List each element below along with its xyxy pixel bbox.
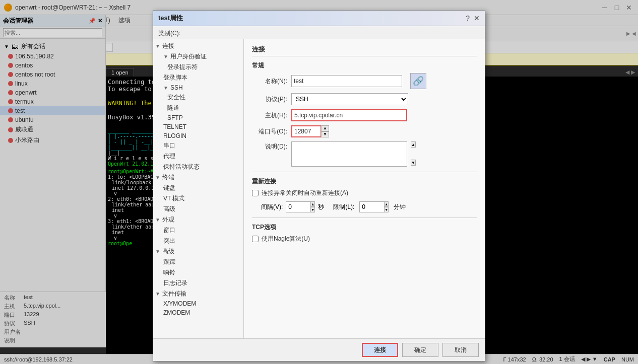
- nav-item-xymodem[interactable]: X/YMODEM: [153, 299, 243, 308]
- protocol-select[interactable]: SSH TELNET RLOGIN SFTP: [291, 93, 408, 105]
- auto-reconnect-label: 连接异常关闭时自动重新连接(A): [262, 189, 348, 197]
- nav-item-connection[interactable]: ▼ 连接: [153, 41, 243, 51]
- subsection-title: 常规: [252, 61, 477, 70]
- nav-item-appearance[interactable]: ▼ 外观: [153, 214, 243, 225]
- modal-nav: ▼ 连接 ▼ 用户身份验证 登录提示符 登录脚本 ▼ SSH 安全性 隧道: [153, 39, 244, 361]
- nav-item-advanced-parent[interactable]: ▼ 高级: [153, 246, 243, 257]
- section-title: 连接: [252, 45, 477, 56]
- modal-content: 连接 常规 名称(N): 🔗 协议(P): SSH TELNET: [244, 39, 485, 361]
- limit-unit: 分钟: [394, 203, 406, 211]
- modal-title-actions: ? ✕: [466, 14, 480, 22]
- form-row-protocol: 协议(P): SSH TELNET RLOGIN SFTP: [252, 93, 477, 105]
- limit-increment-btn[interactable]: ▲: [384, 201, 389, 207]
- nav-item-window[interactable]: 窗口: [153, 225, 243, 236]
- nav-item-security[interactable]: 安全性: [153, 92, 243, 103]
- nav-item-zmodem[interactable]: ZMODEM: [153, 308, 243, 317]
- modal-help-btn[interactable]: ?: [466, 14, 470, 22]
- limit-input[interactable]: [359, 201, 385, 212]
- interval-decrement-btn[interactable]: ▼: [310, 207, 315, 212]
- nav-item-keepalive[interactable]: 保持活动状态: [153, 162, 243, 172]
- modal-title: test属性: [158, 14, 183, 23]
- ok-button[interactable]: 确定: [402, 343, 438, 357]
- section-divider-2: [252, 217, 477, 218]
- limit-decrement-btn[interactable]: ▼: [384, 207, 389, 212]
- nav-item-auth[interactable]: ▼ 用户身份验证: [153, 51, 243, 62]
- nav-item-terminal[interactable]: ▼ 终端: [153, 172, 243, 183]
- interval-label: 间隔(V):: [261, 203, 283, 211]
- reconnect-checkbox-row: 连接异常关闭时自动重新连接(A): [252, 189, 477, 197]
- interval-input[interactable]: [286, 201, 311, 212]
- nav-item-sftp[interactable]: SFTP: [153, 113, 243, 122]
- nav-item-vtmode[interactable]: VT 模式: [153, 193, 243, 204]
- port-increment-btn[interactable]: ▲: [321, 125, 329, 131]
- port-label: 端口号(O):: [252, 127, 287, 136]
- nav-item-telnet[interactable]: TELNET: [153, 122, 243, 131]
- nav-item-rlogin[interactable]: RLOGIN: [153, 131, 243, 140]
- name-input[interactable]: [291, 75, 402, 87]
- modal-dialog: test属性 ? ✕ 类别(C): ▼ 连接: [153, 10, 485, 361]
- name-label: 名称(N):: [252, 77, 287, 86]
- interval-increment-btn[interactable]: ▲: [310, 201, 315, 207]
- nav-item-tunnel[interactable]: 隧道: [153, 103, 243, 113]
- connect-button[interactable]: 连接: [362, 343, 398, 357]
- host-input[interactable]: [291, 109, 407, 121]
- desc-scroll-up[interactable]: ▲: [411, 141, 416, 148]
- section-divider: [252, 172, 477, 172]
- connect-icon: 🔗: [410, 73, 426, 89]
- port-input[interactable]: [291, 125, 322, 137]
- form-row-port: 端口号(O): ▲ ▼: [252, 125, 477, 137]
- tcp-title: TCP选项: [252, 223, 477, 232]
- nav-item-login-prompt[interactable]: 登录提示符: [153, 62, 243, 72]
- form-row-desc: 说明(D): ▲ ▼: [252, 141, 477, 167]
- nav-item-filetransfer[interactable]: ▼ 文件传输: [153, 288, 243, 299]
- protocol-label: 协议(P):: [252, 95, 287, 104]
- nav-item-logging[interactable]: 日志记录: [153, 278, 243, 288]
- port-spinner: ▲ ▼: [291, 125, 329, 137]
- modal-footer: 连接 确定 取消: [153, 338, 485, 361]
- modal-category-label: 类别(C):: [153, 26, 485, 39]
- auto-reconnect-checkbox[interactable]: [252, 190, 259, 196]
- nav-item-keyboard[interactable]: 键盘: [153, 183, 243, 193]
- nav-item-trace[interactable]: 跟踪: [153, 257, 243, 267]
- nav-item-highlight[interactable]: 突出: [153, 236, 243, 246]
- modal-close-btn[interactable]: ✕: [474, 14, 480, 22]
- reconnect-title: 重新连接: [252, 177, 477, 186]
- nav-item-bell[interactable]: 响铃: [153, 267, 243, 278]
- modal-title-bar: test属性 ? ✕: [153, 11, 485, 26]
- nagle-label: 使用Nagle算法(U): [262, 235, 310, 243]
- nav-item-proxy[interactable]: 代理: [153, 151, 243, 162]
- nagle-checkbox[interactable]: [252, 236, 259, 242]
- modal-body: ▼ 连接 ▼ 用户身份验证 登录提示符 登录脚本 ▼ SSH 安全性 隧道: [153, 39, 485, 361]
- interval-row: 间隔(V): ▲ ▼ 秒 限制(L):: [261, 201, 477, 212]
- nav-item-serial[interactable]: 串口: [153, 140, 243, 151]
- desc-input[interactable]: [291, 141, 407, 167]
- cancel-button[interactable]: 取消: [442, 343, 479, 357]
- nav-item-login-script[interactable]: 登录脚本: [153, 72, 243, 83]
- port-spinner-btns: ▲ ▼: [321, 125, 329, 137]
- form-row-name: 名称(N): 🔗: [252, 73, 477, 89]
- form-row-host: 主机(H):: [252, 109, 477, 121]
- desc-label: 说明(D):: [252, 141, 287, 151]
- desc-scroll-down[interactable]: ▼: [411, 160, 416, 166]
- nav-item-ssh[interactable]: ▼ SSH: [153, 83, 243, 92]
- port-decrement-btn[interactable]: ▼: [321, 131, 329, 137]
- nagle-checkbox-row: 使用Nagle算法(U): [252, 235, 477, 243]
- modal-overlay: test属性 ? ✕ 类别(C): ▼ 连接: [0, 0, 638, 364]
- host-label: 主机(H):: [252, 111, 287, 120]
- interval-unit: 秒: [318, 203, 324, 211]
- limit-label: 限制(L):: [333, 203, 354, 211]
- nav-item-advanced[interactable]: 高级: [153, 204, 243, 214]
- xshell-window: 🔶 openwrt - root@OpenWRT-21: ~ – Xshell …: [0, 0, 638, 364]
